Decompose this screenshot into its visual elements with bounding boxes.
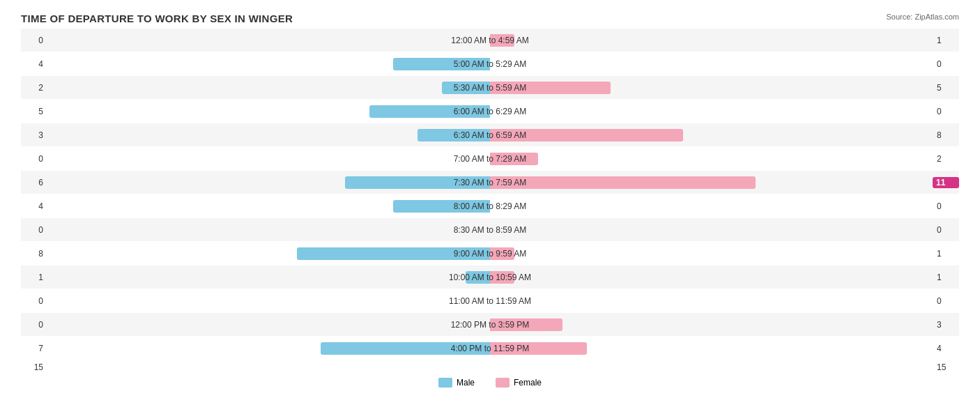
bars-center: 11:00 AM to 11:59 AM [47, 289, 933, 312]
male-bar-wrap [128, 271, 490, 284]
female-value: 5 [933, 83, 959, 93]
male-bar-wrap [128, 319, 490, 331]
female-value: 8 [933, 130, 959, 140]
chart-title: TIME OF DEPARTURE TO WORK BY SEX IN WING… [21, 13, 959, 24]
bars-center: 5:30 AM to 5:59 AM [47, 76, 933, 99]
female-bar-wrap [490, 247, 852, 260]
female-bar-wrap [490, 105, 852, 118]
bars-center: 6:00 AM to 6:29 AM [47, 100, 933, 123]
female-bar-wrap [490, 200, 852, 213]
time-label: 5:30 AM to 5:59 AM [454, 83, 527, 93]
chart-row: 4 5:00 AM to 5:29 AM 0 [21, 52, 959, 75]
axis-right-label: 15 [933, 362, 959, 372]
female-value: 11 [933, 177, 959, 188]
time-label: 8:00 AM to 8:29 AM [454, 201, 527, 211]
female-value: 2 [933, 154, 959, 164]
legend-male-label: Male [457, 378, 475, 388]
chart-row: 2 5:30 AM to 5:59 AM 5 [21, 76, 959, 99]
bars-center: 7:30 AM to 7:59 AM [47, 171, 933, 194]
female-bar-wrap [490, 224, 852, 236]
male-bar-wrap [128, 295, 490, 307]
male-bar-wrap [128, 82, 490, 94]
chart-row: 1 10:00 AM to 10:59 AM 1 [21, 266, 959, 289]
male-value: 0 [21, 36, 47, 45]
legend-male-box [438, 378, 452, 388]
male-value: 8 [21, 249, 47, 259]
time-label: 12:00 AM to 4:59 AM [451, 36, 528, 45]
legend-female-label: Female [514, 378, 542, 388]
male-bar-wrap [128, 105, 490, 118]
male-bar-wrap [128, 129, 490, 141]
chart-row: 0 12:00 AM to 4:59 AM 1 [21, 29, 959, 52]
female-value: 0 [933, 225, 959, 235]
female-value: 3 [933, 320, 959, 330]
male-value: 0 [21, 296, 47, 306]
female-bar-wrap [490, 58, 852, 70]
chart-row: 0 12:00 PM to 3:59 PM 3 [21, 313, 959, 336]
male-value: 6 [21, 178, 47, 187]
male-value: 3 [21, 130, 47, 140]
female-bar-wrap [490, 34, 852, 47]
female-bar [490, 176, 756, 189]
legend-male: Male [438, 378, 475, 388]
bars-center: 7:00 AM to 7:29 AM [47, 147, 933, 170]
legend: Male Female [21, 378, 959, 388]
male-bar-wrap [128, 34, 490, 47]
male-bar-wrap [128, 176, 490, 189]
female-value: 0 [933, 59, 959, 69]
male-bar-wrap [128, 224, 490, 236]
axis-left-label: 15 [21, 362, 47, 372]
chart-row: 0 7:00 AM to 7:29 AM 2 [21, 147, 959, 170]
chart-row: 6 7:30 AM to 7:59 AM 11 [21, 171, 959, 194]
bars-center: 8:00 AM to 8:29 AM [47, 194, 933, 217]
time-label: 4:00 PM to 11:59 PM [451, 344, 530, 353]
time-label: 5:00 AM to 5:29 AM [454, 59, 527, 69]
male-value: 0 [21, 320, 47, 330]
bars-center: 6:30 AM to 6:59 AM [47, 123, 933, 146]
female-bar-wrap [490, 319, 852, 331]
chart-row: 8 9:00 AM to 9:59 AM 1 [21, 242, 959, 265]
male-bar-wrap [128, 247, 490, 260]
bars-center: 9:00 AM to 9:59 AM [47, 242, 933, 265]
male-value: 0 [21, 154, 47, 164]
bars-center: 12:00 AM to 4:59 AM [47, 29, 933, 52]
male-value: 7 [21, 344, 47, 353]
male-value: 2 [21, 83, 47, 93]
time-label: 7:30 AM to 7:59 AM [454, 178, 527, 187]
male-bar-wrap [128, 200, 490, 213]
chart-area: 0 12:00 AM to 4:59 AM 1 4 5:00 AM to 5:2… [21, 29, 959, 360]
time-label: 6:00 AM to 6:29 AM [454, 107, 527, 116]
time-label: 12:00 PM to 3:59 PM [451, 320, 530, 330]
female-bar-wrap [490, 295, 852, 307]
bars-center: 5:00 AM to 5:29 AM [47, 52, 933, 75]
legend-female: Female [496, 378, 542, 388]
chart-row: 5 6:00 AM to 6:29 AM 0 [21, 100, 959, 123]
female-value: 1 [933, 36, 959, 45]
female-value: 0 [933, 107, 959, 116]
female-value: 0 [933, 201, 959, 211]
time-label: 11:00 AM to 11:59 AM [449, 296, 531, 306]
chart-row: 4 8:00 AM to 8:29 AM 0 [21, 194, 959, 217]
female-bar-wrap [490, 342, 852, 355]
chart-row: 7 4:00 PM to 11:59 PM 4 [21, 337, 959, 360]
female-value: 1 [933, 273, 959, 282]
bars-center: 8:30 AM to 8:59 AM [47, 218, 933, 241]
male-bar-wrap [128, 58, 490, 70]
male-bar-wrap [128, 342, 490, 355]
legend-female-box [496, 378, 510, 388]
female-bar-wrap [490, 271, 852, 284]
female-value: 4 [933, 344, 959, 353]
time-label: 7:00 AM to 7:29 AM [454, 154, 527, 164]
female-bar-wrap [490, 129, 852, 141]
male-value: 4 [21, 59, 47, 69]
male-bar-wrap [128, 153, 490, 165]
female-value: 1 [933, 249, 959, 259]
female-bar-wrap [490, 176, 852, 189]
female-bar-wrap [490, 153, 852, 165]
chart-container: TIME OF DEPARTURE TO WORK BY SEX IN WING… [0, 0, 980, 414]
male-value: 1 [21, 273, 47, 282]
time-label: 8:30 AM to 8:59 AM [454, 225, 527, 235]
female-bar-wrap [490, 82, 852, 94]
male-value: 5 [21, 107, 47, 116]
male-value: 4 [21, 201, 47, 211]
